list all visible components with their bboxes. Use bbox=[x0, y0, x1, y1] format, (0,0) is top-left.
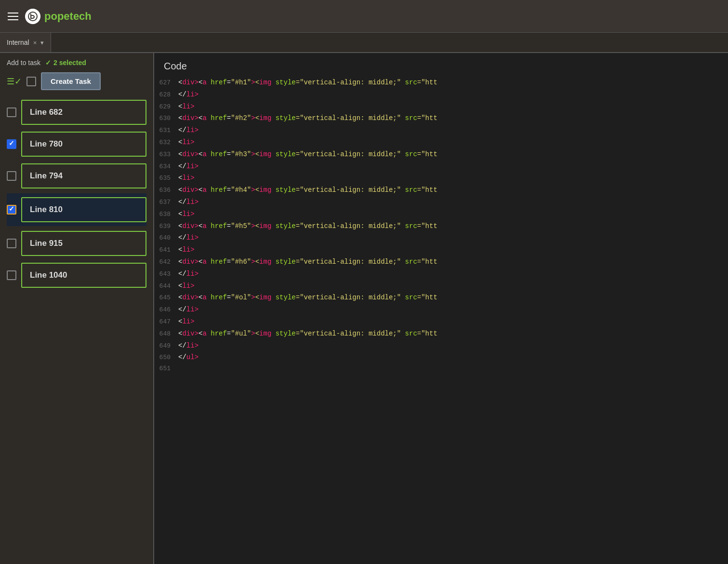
code-line: 630 <div><a href="#h2"><img style="verti… bbox=[154, 112, 728, 124]
line-number: 632 bbox=[154, 138, 178, 148]
code-line: 629 <li> bbox=[154, 101, 728, 113]
line-items-list: Line 682 Line 780 Line 794 Line 810 Line… bbox=[0, 96, 153, 564]
line-number: 644 bbox=[154, 282, 178, 292]
code-line: 632 <li> bbox=[154, 136, 728, 148]
code-line: 633 <div><a href="#h3"><img style="verti… bbox=[154, 148, 728, 161]
line-item-button-682[interactable]: Line 682 bbox=[21, 100, 146, 125]
hamburger-icon[interactable] bbox=[8, 13, 18, 20]
line-code: </li> bbox=[178, 340, 199, 351]
main-layout: Add to task ✓ 2 selected ☰✓ Create Task … bbox=[0, 53, 728, 564]
tab-internal[interactable]: Internal × ▾ bbox=[0, 33, 51, 52]
line-item-button-794[interactable]: Line 794 bbox=[21, 163, 146, 188]
selected-badge: ✓ 2 selected bbox=[45, 59, 86, 67]
code-line: 648 <div><a href="#ul"><img style="verti… bbox=[154, 328, 728, 340]
line-number: 636 bbox=[154, 186, 178, 196]
line-number: 646 bbox=[154, 305, 178, 315]
line-item-button-810[interactable]: Line 810 bbox=[21, 197, 146, 222]
line-code: </li> bbox=[178, 89, 199, 100]
line-item-checkbox-682[interactable] bbox=[7, 107, 16, 117]
code-line: 651 bbox=[154, 363, 728, 375]
line-number: 645 bbox=[154, 293, 178, 303]
list-item: Line 780 bbox=[7, 132, 146, 157]
code-line: 639 <div><a href="#h5"><img style="verti… bbox=[154, 220, 728, 232]
line-number: 643 bbox=[154, 269, 178, 280]
list-item: Line 915 bbox=[7, 231, 146, 256]
line-code: <div><a href="#h1"><img style="vertical-… bbox=[178, 77, 437, 88]
code-line: 647 <li> bbox=[154, 316, 728, 328]
line-code: <div><a href="#h2"><img style="vertical-… bbox=[178, 113, 437, 123]
line-code: <li> bbox=[178, 209, 195, 219]
line-code: <div><a href="#ul"><img style="vertical-… bbox=[178, 328, 437, 339]
create-task-row: ☰✓ Create Task bbox=[0, 70, 153, 96]
line-code: </li> bbox=[178, 232, 199, 243]
line-number: 637 bbox=[154, 198, 178, 208]
line-number: 639 bbox=[154, 222, 178, 232]
code-lines: 627 <div><a href="#h1"><img style="verti… bbox=[154, 77, 728, 375]
tab-label: Internal bbox=[7, 39, 29, 46]
line-code: <li> bbox=[178, 137, 195, 148]
line-code: </li> bbox=[178, 161, 199, 172]
line-item-button-780[interactable]: Line 780 bbox=[21, 132, 146, 157]
line-number: 651 bbox=[154, 364, 178, 374]
left-panel: Add to task ✓ 2 selected ☰✓ Create Task … bbox=[0, 53, 154, 564]
line-code: <div><a href="#h3"><img style="vertical-… bbox=[178, 149, 437, 160]
svg-point-0 bbox=[28, 12, 37, 21]
line-item-button-915[interactable]: Line 915 bbox=[21, 231, 146, 256]
list-item: Line 1040 bbox=[7, 263, 146, 288]
line-number: 650 bbox=[154, 353, 178, 363]
code-line: 627 <div><a href="#h1"><img style="verti… bbox=[154, 77, 728, 89]
line-item-checkbox-810[interactable] bbox=[7, 205, 16, 215]
tab-close-icon[interactable]: × bbox=[33, 39, 37, 46]
list-item: Line 810 bbox=[7, 193, 146, 226]
line-item-checkbox-915[interactable] bbox=[7, 239, 16, 248]
line-code: <li> bbox=[178, 101, 195, 112]
code-line: 636 <div><a href="#h4"><img style="verti… bbox=[154, 184, 728, 196]
line-number: 631 bbox=[154, 126, 178, 136]
line-number: 648 bbox=[154, 329, 178, 339]
line-code: </li> bbox=[178, 269, 199, 279]
code-line: 637 </li> bbox=[154, 196, 728, 208]
line-code: <li> bbox=[178, 281, 195, 291]
list-item: Line 794 bbox=[7, 163, 146, 188]
line-code: </li> bbox=[178, 125, 199, 135]
line-number: 633 bbox=[154, 150, 178, 160]
code-line: 628 </li> bbox=[154, 89, 728, 101]
header: popetech bbox=[0, 0, 728, 33]
code-line: 646 </li> bbox=[154, 304, 728, 316]
code-line: 641 <li> bbox=[154, 244, 728, 256]
logo-icon bbox=[25, 9, 40, 24]
line-number: 628 bbox=[154, 90, 178, 100]
line-item-checkbox-794[interactable] bbox=[7, 171, 16, 181]
line-code: <li> bbox=[178, 244, 195, 255]
code-line: 640 </li> bbox=[154, 232, 728, 244]
line-number: 641 bbox=[154, 245, 178, 255]
code-line: 650</ul> bbox=[154, 351, 728, 363]
code-line: 634 </li> bbox=[154, 161, 728, 173]
create-task-button[interactable]: Create Task bbox=[41, 72, 101, 90]
line-code: <div><a href="#h6"><img style="vertical-… bbox=[178, 256, 437, 267]
code-line: 642 <div><a href="#h6"><img style="verti… bbox=[154, 256, 728, 268]
tab-dropdown-icon[interactable]: ▾ bbox=[40, 39, 44, 46]
selected-count: 2 selected bbox=[53, 59, 86, 67]
line-code: <li> bbox=[178, 316, 195, 327]
line-item-checkbox-1040[interactable] bbox=[7, 270, 16, 280]
code-line: 635 <li> bbox=[154, 172, 728, 184]
line-code: </li> bbox=[178, 304, 199, 315]
code-line: 643 </li> bbox=[154, 268, 728, 280]
code-line: 644 <li> bbox=[154, 280, 728, 292]
logo-text: popetech bbox=[44, 10, 92, 23]
line-number: 634 bbox=[154, 162, 178, 172]
list-item: Line 682 bbox=[7, 100, 146, 125]
line-number: 635 bbox=[154, 174, 178, 184]
list-icon[interactable]: ☰✓ bbox=[7, 76, 22, 87]
add-to-task-label: Add to task bbox=[7, 59, 40, 67]
line-item-button-1040[interactable]: Line 1040 bbox=[21, 263, 146, 288]
line-code: <div><a href="#ol"><img style="vertical-… bbox=[178, 292, 437, 303]
select-all-checkbox[interactable] bbox=[26, 77, 36, 86]
line-item-checkbox-780[interactable] bbox=[7, 139, 16, 149]
code-panel: Code 627 <div><a href="#h1"><img style="… bbox=[154, 53, 728, 564]
line-number: 629 bbox=[154, 102, 178, 112]
code-panel-title: Code bbox=[154, 53, 728, 77]
line-code: </ul> bbox=[178, 352, 199, 363]
line-code: <div><a href="#h4"><img style="vertical-… bbox=[178, 185, 437, 195]
